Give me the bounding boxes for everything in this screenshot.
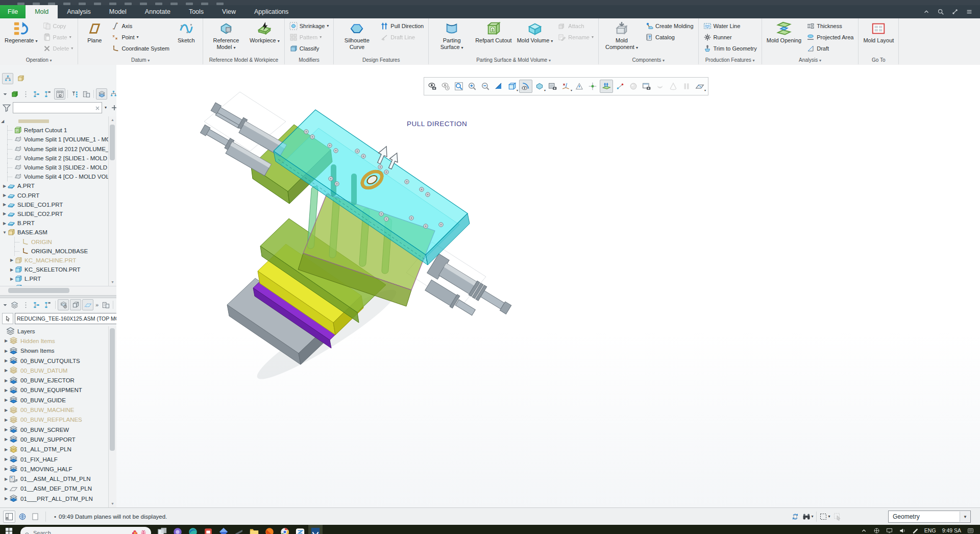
layer-row[interactable]: ▶Hidden Items: [0, 336, 108, 346]
taskbar-search[interactable]: Search: [20, 527, 151, 534]
expand-arrow-icon[interactable]: ▶: [3, 487, 9, 491]
view-history-button[interactable]: [439, 80, 452, 92]
tree-row[interactable]: ▼BASE.ASM: [0, 228, 108, 237]
group-label[interactable]: Production Features ▾: [699, 57, 762, 64]
st-regen-button[interactable]: [790, 511, 801, 522]
group-label[interactable]: Parting Surface & Mold Volume ▾: [429, 57, 598, 64]
selection-filter-arrow[interactable]: ▼: [960, 512, 970, 522]
app-folder-button[interactable]: [249, 527, 259, 534]
dots-button[interactable]: [20, 89, 31, 99]
tree-settings-button[interactable]: [81, 89, 91, 99]
layer-row[interactable]: ▶00_BUW_SCREW: [0, 425, 108, 434]
expand-arrow-icon[interactable]: ▶: [3, 378, 9, 383]
layer-tree-scrollbar[interactable]: ▼: [108, 326, 116, 507]
zoom-out-button[interactable]: [479, 80, 492, 92]
app-zalo-button[interactable]: [295, 527, 305, 534]
tray-language[interactable]: ENG: [924, 527, 936, 533]
app-teams-button[interactable]: [218, 527, 229, 534]
tab-applications[interactable]: Applications: [245, 5, 298, 18]
model-tree-scrollbar[interactable]: ▲ ▼: [108, 116, 116, 286]
attach-button[interactable]: Attach: [556, 20, 596, 32]
group-label[interactable]: Components ▾: [599, 57, 698, 64]
selection-filter-combo[interactable]: Geometry ▼: [888, 511, 971, 523]
app-edge-button[interactable]: [188, 527, 198, 534]
tree-filter-button[interactable]: [70, 89, 80, 99]
expand-arrow-icon[interactable]: ▶: [3, 338, 9, 343]
notification-icon[interactable]: [967, 527, 974, 534]
app-store-button[interactable]: [203, 527, 213, 534]
layer-model-combo[interactable]: REDUCING_TEE-160X125.ASM (TOP MODEL) ▼: [15, 313, 118, 324]
more-tools-button[interactable]: »: [94, 302, 100, 308]
trim-to-geometry-button[interactable]: Trim to Geometry: [701, 43, 759, 54]
tree-row[interactable]: ▶SLIDE_CO1.PRT: [0, 200, 108, 209]
silhouette-display-button[interactable]: [519, 80, 532, 93]
expand-arrow-icon[interactable]: ▶: [3, 496, 9, 501]
draft-line-button[interactable]: Draft Line: [378, 32, 426, 43]
model-tree-hscrollbar[interactable]: [0, 286, 116, 295]
expand-arrow-icon[interactable]: ▶: [2, 202, 7, 207]
layer-row[interactable]: ▶00_BUW_SUPPORT: [0, 434, 108, 444]
app-task-view-button[interactable]: [157, 527, 167, 534]
display-style-button[interactable]: ▾: [506, 80, 518, 92]
tree-row[interactable]: ORIGIN_MOLDBASE: [0, 247, 108, 256]
tab-tools[interactable]: Tools: [180, 5, 213, 18]
sketch-button[interactable]: Sketch: [173, 19, 200, 57]
refit-button[interactable]: [453, 80, 465, 92]
axis-button[interactable]: Axis: [109, 20, 172, 32]
tray-clock[interactable]: 9:49 SA: [942, 527, 961, 533]
expand-arrow-icon[interactable]: ▶: [3, 477, 9, 481]
search-input[interactable]: [13, 103, 102, 113]
model-tree-tab[interactable]: [2, 73, 13, 84]
expand-arrow-icon[interactable]: ▶: [3, 349, 9, 353]
app-chrome-button[interactable]: [280, 527, 290, 534]
parting-surface-button[interactable]: Parting Surface ▾: [431, 19, 472, 57]
plane-button[interactable]: Plane: [81, 19, 108, 57]
layer-row[interactable]: ▶Shown Items: [0, 346, 108, 356]
tab-file[interactable]: File: [0, 5, 26, 18]
expand-tree-button[interactable]: [32, 300, 42, 310]
tab-analysis[interactable]: Analysis: [58, 5, 100, 18]
tray-chevron-icon[interactable]: [861, 527, 867, 534]
paste-button[interactable]: Paste▾: [41, 32, 76, 43]
pen-icon[interactable]: [912, 527, 918, 534]
dots-button[interactable]: [20, 300, 31, 310]
mold-layout-button[interactable]: Mold Layout: [861, 19, 896, 57]
tab-mold[interactable]: Mold: [26, 5, 58, 18]
layer-row[interactable]: ▶01___PRT_ALL_DTM_PLN: [0, 494, 108, 503]
expand-arrow-icon[interactable]: ▶: [9, 268, 14, 272]
tree-row[interactable]: Volume Split 4 [CO - MOLD VOLUME]: [0, 172, 108, 181]
expand-arrow-icon[interactable]: ▶: [9, 258, 14, 262]
tree-row[interactable]: Volume Split id 2012 [VOLUME_2 - MOLD VO…: [0, 144, 108, 154]
collapse-tree-button[interactable]: [43, 89, 53, 99]
tab-view[interactable]: View: [213, 5, 245, 18]
reference-model-button[interactable]: Reference Model ▾: [206, 19, 247, 57]
projected-area-button[interactable]: Projected Area: [804, 32, 855, 43]
tree-settings-button[interactable]: [101, 300, 111, 310]
lay-iso-button[interactable]: [70, 299, 81, 310]
app-capture-button[interactable]: [234, 527, 244, 534]
water-line-button[interactable]: Water Line: [701, 20, 759, 32]
tree-row[interactable]: Volume Split 3 [SLIDE2 - MOLD VOLUME]: [0, 163, 108, 172]
workpiece-button[interactable]: Workpiece ▾: [248, 19, 282, 57]
st-selarrow-button[interactable]: [832, 511, 843, 522]
points-display-button[interactable]: [614, 80, 626, 92]
select-model-button[interactable]: [2, 313, 13, 324]
graphics-area[interactable]: ▾▾▾▾ PULL DIRECTION: [116, 65, 980, 507]
pull-direction-button[interactable]: Pull Direction: [378, 20, 426, 32]
st-find-button[interactable]: ▾: [802, 511, 814, 522]
command-search-icon[interactable]: [937, 8, 944, 15]
layer-row[interactable]: ▶00_BUW_MACHINE: [0, 405, 108, 415]
layer-row[interactable]: ▶00_BUW_EJECTOR: [0, 375, 108, 385]
group-label[interactable]: Analysis ▾: [762, 57, 859, 64]
silhouette-curve-button[interactable]: Silhouette Curve: [336, 19, 377, 57]
tree-row[interactable]: ▶L.PRT: [0, 274, 108, 283]
layer-row[interactable]: ▶00_BUW_GUIDE: [0, 395, 108, 405]
group-label[interactable]: Datum ▾: [78, 57, 203, 64]
expand-arrow-icon[interactable]: ▶: [3, 358, 9, 363]
group-label[interactable]: Operation ▾: [0, 57, 78, 64]
filter-dropdown-button[interactable]: ▾: [102, 106, 109, 110]
expand-arrow-icon[interactable]: ▶: [3, 408, 9, 412]
annotation-display-button[interactable]: [573, 80, 585, 92]
model-tree-search-box[interactable]: [13, 102, 102, 113]
spin-center-button[interactable]: [586, 80, 599, 92]
